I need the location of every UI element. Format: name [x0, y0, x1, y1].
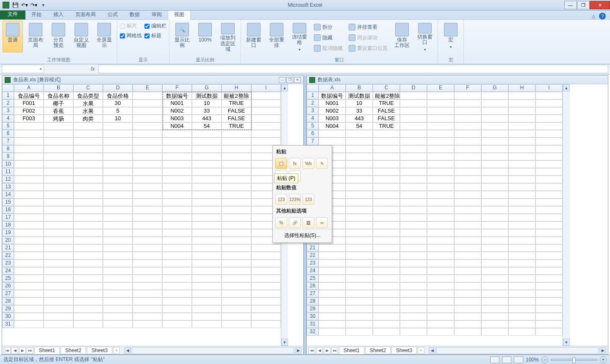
cell[interactable] [162, 214, 192, 221]
gridlines-checkbox[interactable]: 网格线 [120, 32, 142, 39]
cell[interactable] [346, 221, 373, 229]
cell[interactable] [14, 183, 44, 191]
cell[interactable] [162, 252, 192, 259]
cell[interactable] [319, 328, 346, 336]
cell[interactable] [346, 168, 373, 176]
cell[interactable] [319, 138, 346, 145]
cell[interactable] [133, 244, 162, 252]
nav-next-icon[interactable]: ▶ [19, 347, 26, 354]
cell[interactable] [427, 107, 454, 115]
cell[interactable] [373, 259, 400, 267]
cell[interactable] [508, 320, 535, 328]
row-header[interactable]: 22 [307, 252, 319, 259]
cell[interactable] [400, 252, 427, 259]
cell[interactable] [73, 229, 103, 237]
cell[interactable]: 食品类型 [73, 92, 103, 99]
cell[interactable] [251, 282, 281, 290]
cell[interactable] [535, 282, 563, 290]
cell[interactable] [454, 206, 481, 214]
scroll-up-icon[interactable]: ▲ [563, 84, 570, 91]
scroll-right-icon[interactable]: ▶ [295, 347, 302, 354]
cell[interactable] [481, 145, 508, 153]
cell[interactable] [73, 183, 103, 191]
cell[interactable] [222, 130, 251, 138]
row-header[interactable]: 3 [307, 107, 319, 115]
cell[interactable] [44, 305, 73, 313]
nav-first-icon[interactable]: ⏮ [308, 347, 315, 354]
row-header[interactable]: 4 [307, 115, 319, 122]
cell[interactable] [454, 176, 481, 183]
cell[interactable] [481, 191, 508, 199]
cell[interactable] [400, 282, 427, 290]
freeze-panes-button[interactable]: 冻结窗格 [289, 21, 310, 52]
cell[interactable] [133, 259, 162, 267]
cell[interactable] [508, 153, 535, 160]
row-header[interactable]: 31 [307, 320, 319, 328]
cell[interactable] [400, 153, 427, 160]
cell[interactable] [14, 237, 44, 244]
column-header[interactable]: D [103, 84, 133, 92]
cell[interactable] [44, 298, 73, 305]
cell[interactable] [103, 145, 133, 153]
row-header[interactable]: 25 [307, 275, 319, 282]
cell[interactable] [319, 313, 346, 320]
cell[interactable] [73, 252, 103, 259]
cell[interactable]: N003 [319, 115, 346, 122]
scroll-left-icon[interactable]: ◀ [429, 347, 435, 354]
redo-icon[interactable]: ↷▾ [30, 1, 38, 9]
cell[interactable] [133, 92, 162, 99]
cell[interactable] [14, 259, 44, 267]
cell[interactable] [427, 92, 454, 99]
cell[interactable] [535, 115, 563, 122]
cell[interactable] [427, 153, 454, 160]
cell[interactable] [73, 191, 103, 199]
cell[interactable] [192, 160, 222, 168]
cell[interactable] [481, 305, 508, 313]
cell[interactable] [373, 214, 400, 221]
cell[interactable]: 肉类 [73, 115, 103, 122]
cell[interactable] [73, 145, 103, 153]
paste-values-option[interactable]: 123 [275, 194, 287, 205]
cell[interactable] [14, 313, 44, 320]
zoom-selection-button[interactable]: 缩放到 选定区域 [218, 21, 238, 52]
cell[interactable] [162, 298, 192, 305]
cell[interactable] [535, 275, 563, 282]
cell[interactable] [319, 259, 346, 267]
cell[interactable]: 烤肠 [44, 115, 73, 122]
cell[interactable] [535, 107, 563, 115]
cell[interactable] [346, 328, 373, 336]
cell[interactable] [222, 191, 251, 199]
cell[interactable] [400, 259, 427, 267]
cell[interactable] [427, 237, 454, 244]
cell[interactable] [133, 145, 162, 153]
cell[interactable] [346, 199, 373, 206]
cell[interactable] [251, 92, 281, 99]
zoom-out-button[interactable]: − [541, 356, 548, 363]
cell[interactable] [400, 320, 427, 328]
cell[interactable] [454, 168, 481, 176]
cell[interactable] [73, 214, 103, 221]
cell[interactable] [44, 244, 73, 252]
cell[interactable] [319, 320, 346, 328]
cell[interactable] [535, 328, 563, 336]
split-button[interactable]: 拆分 [312, 22, 344, 32]
row-header[interactable]: 4 [2, 115, 14, 122]
cell[interactable] [251, 313, 281, 320]
cell[interactable] [427, 99, 454, 107]
cell[interactable] [535, 160, 563, 168]
cell[interactable] [14, 244, 44, 252]
cell[interactable] [481, 244, 508, 252]
cell[interactable] [400, 229, 427, 237]
cell[interactable] [481, 298, 508, 305]
cell[interactable] [192, 305, 222, 313]
cell[interactable] [400, 191, 427, 199]
cell[interactable] [251, 138, 281, 145]
cell[interactable] [373, 221, 400, 229]
cell[interactable] [454, 282, 481, 290]
cell[interactable] [44, 252, 73, 259]
cell[interactable] [508, 267, 535, 275]
cell[interactable] [400, 138, 427, 145]
cell[interactable] [192, 214, 222, 221]
cell[interactable] [373, 267, 400, 275]
cell[interactable] [251, 122, 281, 130]
